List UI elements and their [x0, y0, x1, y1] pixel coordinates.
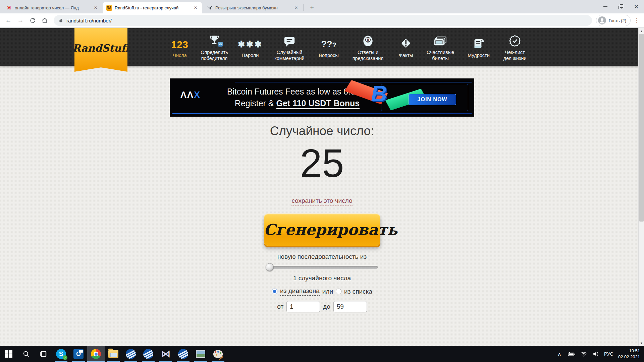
list-radio[interactable]: [336, 289, 341, 294]
taskbar-paint[interactable]: [209, 346, 227, 362]
randstuff-favicon-icon: RS: [106, 5, 112, 11]
taskbar-photo-viewer[interactable]: [192, 346, 209, 362]
reload-button[interactable]: [28, 15, 38, 25]
scroll-icon: [473, 38, 485, 50]
tab-yandex-search[interactable]: Я онлайн генератор чисел — Янд ✕: [3, 2, 102, 13]
range-radio[interactable]: [272, 289, 277, 294]
slider-track[interactable]: [266, 266, 378, 269]
tray-chevron-icon[interactable]: ∧: [556, 351, 563, 357]
site-logo-text: RandStuff: [72, 42, 129, 54]
striped-blue-app-icon: [178, 349, 188, 359]
count-label: 1 случайного числа: [0, 275, 644, 282]
or-label: или: [322, 288, 333, 295]
browser-window: Я онлайн генератор чисел — Янд ✕ RS Rand…: [0, 0, 644, 362]
taskbar-file-explorer[interactable]: [105, 346, 122, 362]
file-explorer-icon: [108, 350, 118, 358]
battery-icon[interactable]: [568, 352, 575, 356]
taskbar-app-1[interactable]: [122, 346, 140, 362]
nav-item-passwords[interactable]: ✱✱✱ Пароли: [238, 36, 262, 58]
nav-item-questions[interactable]: ??? Вопросы: [317, 36, 340, 58]
restore-button[interactable]: [613, 0, 629, 13]
close-button[interactable]: ✕: [629, 0, 644, 13]
nav-item-numbers[interactable]: 123 Числа: [169, 36, 190, 58]
taskbar-skype[interactable]: S✓: [52, 346, 70, 362]
wifi-icon[interactable]: [580, 351, 587, 357]
home-button[interactable]: [40, 15, 50, 25]
nav-item-pick-winner[interactable]: vk Определить победителя: [198, 33, 230, 61]
new-tab-button[interactable]: +: [307, 3, 317, 12]
randstuff-favicon-badge: RS: [106, 5, 112, 11]
lock-icon[interactable]: [58, 18, 63, 23]
tab-close-icon[interactable]: ✕: [93, 5, 99, 11]
slider-handle[interactable]: [266, 263, 274, 271]
scrollbar-thumb[interactable]: [639, 34, 644, 222]
profile-chip[interactable]: Гость (2): [596, 15, 631, 26]
save-number-link[interactable]: сохранить это число: [291, 197, 352, 205]
from-input[interactable]: [286, 301, 320, 312]
tickets-icon: [433, 36, 447, 47]
clock[interactable]: 10:51 02.02.2021: [618, 348, 640, 360]
taskbar-outlook[interactable]: O: [70, 346, 87, 362]
list-radio-label[interactable]: из списка: [344, 288, 372, 295]
join-now-button[interactable]: JOIN NOW: [409, 94, 456, 105]
windows-logo-icon: [5, 350, 12, 358]
count-slider[interactable]: [266, 263, 378, 271]
volume-icon[interactable]: [592, 351, 599, 357]
nav-item-wisdom[interactable]: Мудрости: [465, 36, 493, 58]
tab-close-icon[interactable]: ✕: [293, 5, 299, 11]
nav-label: Мудрости: [468, 52, 490, 58]
nav-item-life-checklist[interactable]: Чек-лист дел жизни: [501, 33, 529, 61]
nav-item-lucky-tickets[interactable]: Счастливые билеты: [424, 33, 457, 61]
url-text[interactable]: randstuff.ru/number/: [66, 18, 112, 23]
scrollbar-down-arrow-icon[interactable]: ▼: [639, 340, 644, 346]
tab-randstuff-active[interactable]: RS RandStuff.ru - генератор случай ✕: [103, 2, 202, 13]
skype-status-icon: ✓: [63, 355, 67, 360]
tab-title: RandStuff.ru - генератор случай: [115, 5, 190, 10]
nav-item-facts[interactable]: Факты: [395, 36, 416, 58]
photo-viewer-icon: [196, 350, 205, 358]
vk-badge-icon: vk: [218, 42, 223, 47]
system-tray: ∧ РУС 10:51 02.02.2021: [556, 348, 644, 360]
page-scrollbar[interactable]: ▲ ▼: [638, 28, 644, 346]
range-radio-label[interactable]: из диапазона: [280, 287, 320, 296]
address-bar[interactable]: randstuff.ru/number/: [54, 15, 592, 26]
site-nav: 123 Числа vk Определить победителя: [169, 28, 529, 66]
avatar-icon: [598, 16, 606, 25]
forward-button[interactable]: →: [15, 15, 25, 25]
generate-button[interactable]: Сгенерировать: [264, 214, 380, 246]
visual-studio-icon: ⋈: [161, 349, 170, 359]
nav-label: Числа: [173, 52, 187, 58]
asterisks-icon: ✱✱✱: [238, 38, 263, 50]
tab-giveaway[interactable]: Розыгрыш экземпляра бумажн ✕: [203, 2, 303, 13]
language-indicator[interactable]: РУС: [604, 351, 613, 357]
nav-label: Ответы и предсказания: [348, 49, 387, 61]
nav-item-answers-predictions[interactable]: 8 Ответы и предсказания: [348, 33, 387, 61]
tab-close-icon[interactable]: ✕: [193, 5, 199, 11]
windows-taskbar: S✓ O ⋈ ∧: [0, 346, 644, 362]
range-inputs-row: от до: [0, 301, 644, 312]
taskbar-app-2[interactable]: [140, 346, 157, 362]
nav-label: Определить победителя: [198, 49, 230, 61]
minimize-button[interactable]: [598, 0, 613, 13]
taskbar-app-3[interactable]: [174, 346, 192, 362]
outlook-icon: O: [73, 349, 84, 359]
paint-icon: [213, 350, 223, 358]
taskbar-chrome[interactable]: [87, 346, 105, 362]
to-input[interactable]: [333, 301, 367, 312]
start-button[interactable]: [0, 346, 17, 362]
home-icon: [41, 17, 48, 24]
taskbar-visual-studio[interactable]: ⋈: [157, 346, 174, 362]
back-button[interactable]: ←: [3, 15, 13, 25]
site-logo[interactable]: RandStuff: [74, 28, 127, 72]
browser-menu-button[interactable]: ⋮: [633, 17, 641, 24]
window-controls: ✕: [598, 0, 644, 13]
web-page: RandStuff 123 Числа vk: [0, 28, 644, 346]
nav-item-random-comment[interactable]: Случайный комментарий: [270, 33, 309, 61]
striped-blue-app-icon: [143, 349, 153, 359]
striped-blue-app-icon: [126, 349, 136, 359]
random-number-value: 25: [0, 143, 644, 183]
task-view-button[interactable]: [35, 346, 52, 362]
ad-banner[interactable]: ΛΛX Bitcoin Futures Fees as low as 0.02%…: [170, 78, 474, 117]
scrollbar-up-arrow-icon[interactable]: ▲: [639, 28, 644, 34]
search-button[interactable]: [17, 346, 35, 362]
